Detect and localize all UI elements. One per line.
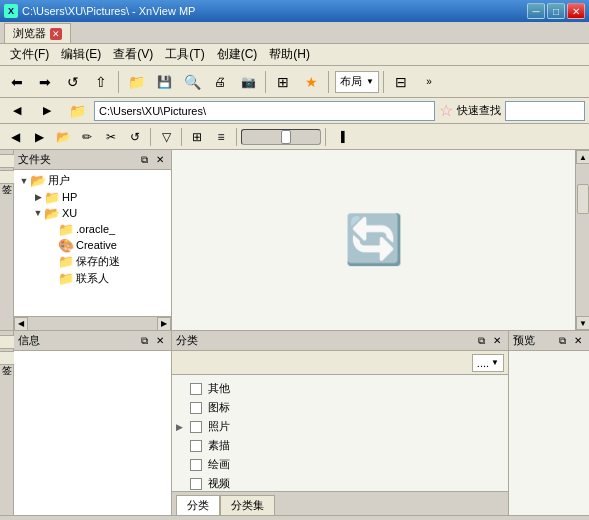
tab-close-button[interactable]: ✕ — [50, 28, 62, 40]
cat-item-sketch[interactable]: 素描 — [176, 436, 504, 455]
tb-layout-dropdown[interactable]: 布局 ▼ — [335, 71, 379, 93]
tree-toggle-hp[interactable]: ▶ — [32, 191, 44, 203]
tree-item-saved[interactable]: ▶ 📁 保存的迷 — [16, 253, 169, 270]
tree-item-contacts[interactable]: ▶ 📁 联系人 — [16, 270, 169, 287]
info-panel-title: 信息 — [18, 333, 40, 348]
tb-back-button[interactable]: ⬅ — [4, 69, 30, 95]
bottom-panels: 标 签 信息 ⧉ ✕ 分类 ⧉ ✕ .... ▼ — [0, 330, 589, 515]
cat-dropdown-button[interactable]: .... ▼ — [472, 354, 504, 372]
cat-tabs-bar: 分类 分类集 — [172, 491, 508, 515]
tree-toggle-users[interactable]: ▼ — [18, 175, 30, 187]
nav-slider[interactable] — [241, 129, 321, 145]
nav-side-panel-button[interactable]: ▐ — [330, 126, 352, 148]
menu-file[interactable]: 文件(F) — [4, 44, 55, 65]
nav-grid-button[interactable]: ⊞ — [186, 126, 208, 148]
menu-tools[interactable]: 工具(T) — [159, 44, 210, 65]
tb-refresh-button[interactable]: ↺ — [60, 69, 86, 95]
close-button[interactable]: ✕ — [567, 3, 585, 19]
tb-grid-button[interactable]: ⊞ — [270, 69, 296, 95]
cat-toolbar: .... ▼ — [172, 351, 508, 375]
cat-tab-category[interactable]: 分类 — [176, 495, 220, 515]
tb-camera-button[interactable]: 📷 — [235, 69, 261, 95]
cat-label-paint: 绘画 — [208, 457, 230, 472]
cat-panel-close-button[interactable]: ✕ — [490, 334, 504, 348]
cat-item-photo[interactable]: ▶ 照片 — [176, 417, 504, 436]
file-panel-float-button[interactable]: ⧉ — [137, 153, 151, 167]
nav-forward-button[interactable]: ▶ — [28, 126, 50, 148]
minimize-button[interactable]: ─ — [527, 3, 545, 19]
menu-bar: 文件(F) 编辑(E) 查看(V) 工具(T) 创建(C) 帮助(H) — [0, 44, 589, 66]
nav-list-button[interactable]: ≡ — [210, 126, 232, 148]
address-input[interactable] — [94, 101, 435, 121]
nav-back-button[interactable]: ◀ — [4, 126, 26, 148]
nav-filter-button[interactable]: ▽ — [155, 126, 177, 148]
browser-tab[interactable]: 浏览器 ✕ — [4, 23, 71, 43]
file-panel-header: 文件夹 ⧉ ✕ — [14, 150, 171, 170]
tree-item-users[interactable]: ▼ 📂 用户 — [16, 172, 169, 189]
tb-more-button[interactable]: » — [416, 69, 442, 95]
tb-forward-button[interactable]: ➡ — [32, 69, 58, 95]
info-panel-float-button[interactable]: ⧉ — [137, 334, 151, 348]
tb-extra-button[interactable]: ⊟ — [388, 69, 414, 95]
hscroll-left[interactable]: ◀ — [14, 317, 28, 331]
info-panel-header: 信息 ⧉ ✕ — [14, 331, 171, 351]
tb-star-button[interactable]: ★ — [298, 69, 324, 95]
tab-bar: 浏览器 ✕ — [0, 22, 589, 44]
app-icon: X — [4, 4, 18, 18]
info-panel-close-button[interactable]: ✕ — [153, 334, 167, 348]
content-placeholder-icon: 🔄 — [344, 212, 404, 268]
preview-panel-close-button[interactable]: ✕ — [571, 334, 585, 348]
scroll-thumb[interactable] — [577, 184, 589, 214]
tree-item-xu[interactable]: ▼ 📂 XU — [16, 205, 169, 221]
cat-checkbox-photo[interactable] — [190, 421, 202, 433]
tb-print-button[interactable]: 🖨 — [207, 69, 233, 95]
menu-view[interactable]: 查看(V) — [107, 44, 159, 65]
nav-refresh-button[interactable]: ↺ — [124, 126, 146, 148]
addr-right-arrow[interactable]: ▶ — [34, 98, 60, 124]
cat-label-video: 视频 — [208, 476, 230, 491]
tb-folder-button[interactable]: 📁 — [123, 69, 149, 95]
nav-delete-button[interactable]: ✂ — [100, 126, 122, 148]
cat-checkbox-video[interactable] — [190, 478, 202, 490]
cat-checkbox-other[interactable] — [190, 383, 202, 395]
content-area: 🔄 — [172, 150, 575, 330]
menu-help[interactable]: 帮助(H) — [263, 44, 316, 65]
preview-panel-title: 预览 — [513, 333, 535, 348]
nav-slider-thumb[interactable] — [281, 130, 291, 144]
search-input[interactable] — [505, 101, 585, 121]
cat-tab-categoryset[interactable]: 分类集 — [220, 495, 275, 515]
tb-search-button[interactable]: 🔍 — [179, 69, 205, 95]
cat-panel-float-button[interactable]: ⧉ — [474, 334, 488, 348]
cat-item-paint[interactable]: 绘画 — [176, 455, 504, 474]
tree-label-hp: HP — [62, 191, 77, 203]
menu-edit[interactable]: 编辑(E) — [55, 44, 107, 65]
preview-panel-icons: ⧉ ✕ — [555, 334, 585, 348]
tree-item-oracle[interactable]: ▶ 📁 .oracle_ — [16, 221, 169, 237]
nav-edit-button[interactable]: ✏ — [76, 126, 98, 148]
cat-checkbox-sketch[interactable] — [190, 440, 202, 452]
tb-up-button[interactable]: ⇧ — [88, 69, 114, 95]
tab-label: 浏览器 — [13, 26, 46, 41]
tb-save-button[interactable]: 💾 — [151, 69, 177, 95]
menu-create[interactable]: 创建(C) — [211, 44, 264, 65]
addr-left-arrow[interactable]: ◀ — [4, 98, 30, 124]
scroll-track[interactable] — [576, 164, 589, 316]
maximize-button[interactable]: □ — [547, 3, 565, 19]
cat-checkbox-icon[interactable] — [190, 402, 202, 414]
addr-star-icon[interactable]: ☆ — [439, 101, 453, 120]
cat-checkbox-paint[interactable] — [190, 459, 202, 471]
scroll-up-button[interactable]: ▲ — [576, 150, 589, 164]
cat-item-other[interactable]: 其他 — [176, 379, 504, 398]
tree-item-hp[interactable]: ▶ 📁 HP — [16, 189, 169, 205]
preview-panel-content — [509, 351, 589, 515]
tree-label-saved: 保存的迷 — [76, 254, 120, 269]
hscroll-right[interactable]: ▶ — [157, 317, 171, 331]
tree-item-creative[interactable]: ▶ 🎨 Creative — [16, 237, 169, 253]
tree-toggle-xu[interactable]: ▼ — [32, 207, 44, 219]
cat-item-expand-photo[interactable]: ▶ — [176, 422, 188, 432]
scroll-down-button[interactable]: ▼ — [576, 316, 589, 330]
preview-panel-float-button[interactable]: ⧉ — [555, 334, 569, 348]
cat-item-icon[interactable]: 图标 — [176, 398, 504, 417]
file-panel-close-button[interactable]: ✕ — [153, 153, 167, 167]
cat-item-video[interactable]: 视频 — [176, 474, 504, 491]
